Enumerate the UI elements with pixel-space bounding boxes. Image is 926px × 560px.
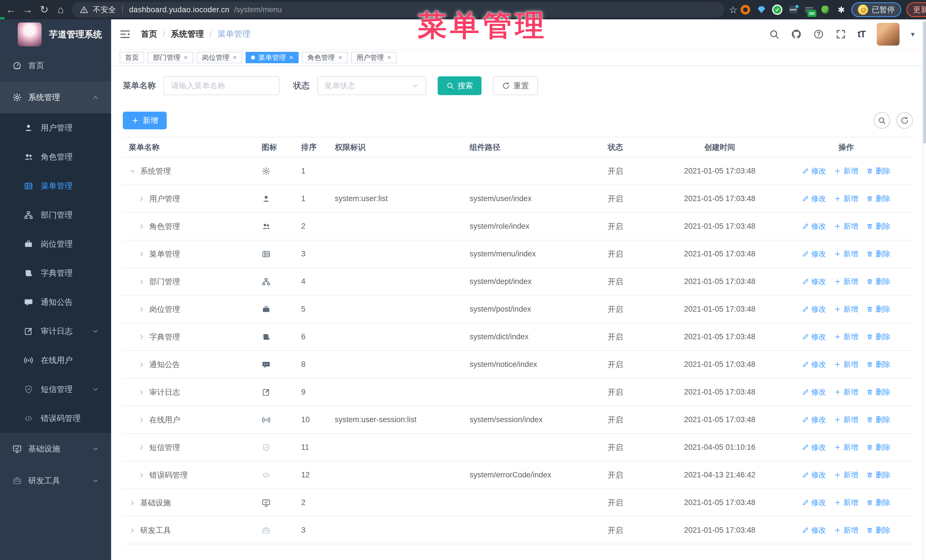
- edit-action-link[interactable]: 修改: [802, 276, 826, 287]
- add-action-link[interactable]: 新增: [834, 498, 858, 507]
- sidebar-subitem[interactable]: 岗位管理: [0, 229, 111, 259]
- close-icon[interactable]: ×: [387, 54, 391, 61]
- browser-home-button[interactable]: ⌂: [53, 2, 69, 18]
- font-size-icon[interactable]: tT: [858, 29, 865, 39]
- sidebar-subitem[interactable]: 在线用户: [0, 346, 111, 375]
- caret-collapsed-icon[interactable]: [138, 388, 145, 396]
- caret-collapsed-icon[interactable]: [138, 251, 145, 258]
- tag-item[interactable]: 岗位管理×: [197, 52, 242, 63]
- sidebar-subitem[interactable]: 部门管理: [0, 201, 111, 229]
- add-action-link[interactable]: 新增: [834, 221, 858, 231]
- close-icon[interactable]: ×: [289, 54, 293, 61]
- edit-action-link[interactable]: 修改: [802, 249, 826, 259]
- edit-action-link[interactable]: 修改: [802, 221, 826, 231]
- tag-item[interactable]: 部门管理×: [148, 52, 193, 63]
- sidebar-item[interactable]: 首页: [0, 50, 111, 82]
- user-avatar[interactable]: [877, 23, 899, 45]
- delete-action-link[interactable]: 删除: [866, 525, 890, 535]
- sidebar-subitem[interactable]: 短信管理: [0, 375, 111, 404]
- fullscreen-icon[interactable]: [835, 29, 846, 39]
- edit-action-link[interactable]: 修改: [802, 442, 826, 452]
- toggle-search-button[interactable]: [873, 112, 890, 129]
- add-action-link[interactable]: 新增: [834, 304, 858, 314]
- delete-action-link[interactable]: 删除: [866, 359, 890, 370]
- add-action-link[interactable]: 新增: [834, 470, 858, 480]
- breadcrumb-home[interactable]: 首页: [141, 29, 157, 40]
- caret-collapsed-icon[interactable]: [138, 416, 145, 424]
- delete-action-link[interactable]: 删除: [866, 442, 890, 452]
- caret-collapsed-icon[interactable]: [138, 278, 145, 285]
- page-scrollbar[interactable]: [922, 20, 926, 560]
- edit-action-link[interactable]: 修改: [802, 387, 826, 397]
- tag-item[interactable]: 菜单管理×: [246, 52, 299, 63]
- paused-extension-pill[interactable]: ☺ 已暂停: [851, 2, 901, 17]
- edit-action-link[interactable]: 修改: [802, 525, 826, 535]
- delete-action-link[interactable]: 删除: [866, 332, 890, 342]
- tag-item[interactable]: 角色管理×: [302, 52, 348, 63]
- edit-action-link[interactable]: 修改: [802, 359, 826, 370]
- add-action-link[interactable]: 新增: [834, 166, 858, 176]
- status-select[interactable]: 菜单状态: [317, 76, 426, 95]
- bookmark-star-icon[interactable]: ☆: [729, 4, 737, 15]
- caret-collapsed-icon[interactable]: [138, 444, 145, 451]
- caret-collapsed-icon[interactable]: [138, 195, 145, 202]
- browser-forward-button[interactable]: →: [20, 2, 36, 18]
- sidebar-item[interactable]: 系统管理: [0, 82, 111, 113]
- refresh-table-button[interactable]: [896, 112, 913, 129]
- tag-item[interactable]: 用户管理×: [351, 52, 396, 63]
- add-action-link[interactable]: 新增: [834, 249, 858, 259]
- caret-collapsed-icon[interactable]: [138, 333, 145, 341]
- edit-action-link[interactable]: 修改: [802, 166, 826, 176]
- browser-back-button[interactable]: ←: [3, 2, 20, 18]
- close-icon[interactable]: ×: [338, 54, 342, 61]
- gray-squares-icon[interactable]: [788, 5, 798, 15]
- add-action-link[interactable]: 新增: [834, 194, 858, 204]
- orange-ring-icon[interactable]: [740, 5, 750, 15]
- reset-button[interactable]: 重置: [493, 76, 538, 95]
- address-bar[interactable]: 不安全 dashboard.yudao.iocoder.cn/system/me…: [72, 2, 724, 17]
- sidebar-subitem[interactable]: 用户管理: [0, 113, 111, 142]
- add-action-link[interactable]: 新增: [834, 525, 858, 535]
- app-logo-area[interactable]: 芋道管理系统: [0, 20, 111, 50]
- edit-action-link[interactable]: 修改: [802, 415, 826, 425]
- github-icon[interactable]: [791, 29, 802, 39]
- green-check-icon[interactable]: [772, 5, 782, 15]
- caret-collapsed-icon[interactable]: [129, 527, 136, 534]
- white-puzzle-icon[interactable]: ✱: [836, 5, 846, 15]
- breadcrumb-system[interactable]: 系统管理: [171, 29, 204, 40]
- green-frog-icon[interactable]: [820, 5, 830, 15]
- add-action-link[interactable]: 新增: [834, 359, 858, 370]
- edit-action-link[interactable]: 修改: [802, 498, 826, 507]
- blue-gem-icon[interactable]: [756, 5, 766, 15]
- delete-action-link[interactable]: 删除: [866, 387, 890, 397]
- sidebar-subitem[interactable]: 审计日志: [0, 317, 111, 346]
- sidebar-subitem[interactable]: 通知公告: [0, 288, 111, 317]
- delete-action-link[interactable]: 删除: [866, 276, 890, 287]
- delete-action-link[interactable]: 删除: [866, 249, 890, 259]
- sidebar-subitem[interactable]: 错误码管理: [0, 404, 111, 433]
- sidebar-subitem[interactable]: 菜单管理: [0, 172, 111, 201]
- avatar-caret-down-icon[interactable]: ▾: [911, 30, 915, 39]
- add-action-link[interactable]: 新增: [834, 387, 858, 397]
- edit-action-link[interactable]: 修改: [802, 194, 826, 204]
- help-icon[interactable]: [813, 29, 824, 39]
- caret-collapsed-icon[interactable]: [138, 306, 145, 313]
- delete-action-link[interactable]: 删除: [866, 304, 890, 314]
- browser-reload-button[interactable]: ↻: [36, 2, 53, 18]
- edit-action-link[interactable]: 修改: [802, 470, 826, 480]
- add-action-link[interactable]: 新增: [834, 332, 858, 342]
- edit-action-link[interactable]: 修改: [802, 304, 826, 314]
- close-icon[interactable]: ×: [184, 54, 188, 61]
- menu-name-input[interactable]: [163, 76, 280, 95]
- browser-update-button[interactable]: 更新 ⋮: [906, 2, 926, 17]
- caret-collapsed-icon[interactable]: [138, 361, 145, 368]
- scrollbar-thumb[interactable]: [923, 21, 926, 143]
- sidebar-item[interactable]: 研发工具: [0, 465, 111, 497]
- sidebar-item[interactable]: 基础设施: [0, 433, 111, 465]
- dark-on-badge-icon[interactable]: on: [804, 5, 814, 15]
- add-button[interactable]: 新增: [123, 112, 167, 129]
- delete-action-link[interactable]: 删除: [866, 194, 890, 204]
- close-icon[interactable]: ×: [233, 54, 237, 61]
- search-icon[interactable]: [769, 29, 779, 39]
- delete-action-link[interactable]: 删除: [866, 221, 890, 231]
